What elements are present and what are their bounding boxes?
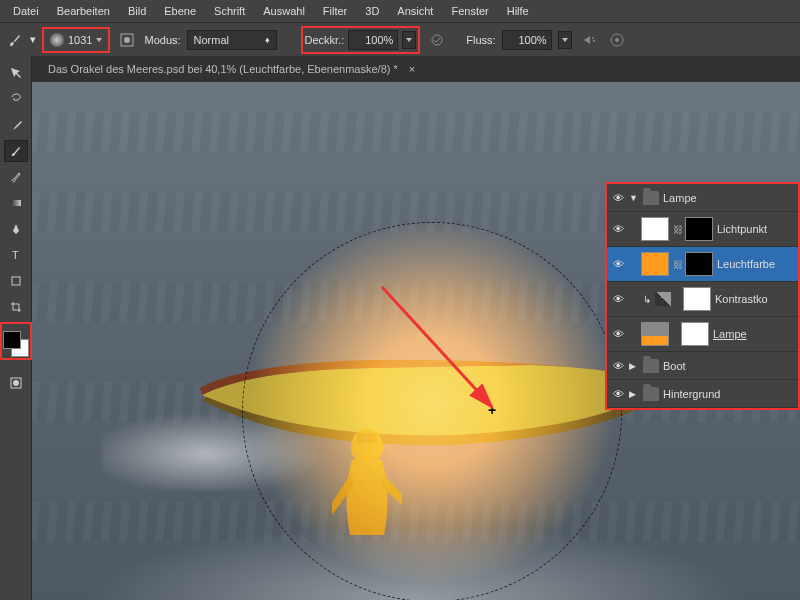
- visibility-icon[interactable]: 👁: [611, 328, 625, 340]
- lasso-tool[interactable]: [4, 88, 28, 110]
- menu-select[interactable]: Auswahl: [254, 2, 314, 20]
- menu-view[interactable]: Ansicht: [388, 2, 442, 20]
- visibility-icon[interactable]: 👁: [611, 258, 625, 270]
- layer-name: Kontrastko: [715, 293, 794, 305]
- folder-icon: [643, 359, 659, 373]
- menu-edit[interactable]: Bearbeiten: [48, 2, 119, 20]
- document-area: Das Orakel des Meeres.psd bei 40,1% (Leu…: [32, 56, 800, 600]
- opacity-label: Deckkr.:: [305, 34, 345, 46]
- move-tool[interactable]: [4, 62, 28, 84]
- pressure-size-icon[interactable]: [606, 29, 628, 51]
- svg-point-6: [615, 38, 619, 42]
- svg-rect-9: [12, 277, 20, 285]
- svg-point-3: [592, 37, 594, 39]
- link-icon: ⛓: [673, 224, 681, 235]
- gradient-tool[interactable]: [4, 192, 28, 214]
- chevron-down-icon: [406, 38, 412, 42]
- layer-name: Hintergrund: [663, 388, 794, 400]
- svg-line-14: [382, 287, 492, 407]
- flow-label: Fluss:: [466, 34, 495, 46]
- mask-thumb: [685, 217, 713, 241]
- layer-group-lampe[interactable]: 👁 ▼ Lampe: [607, 184, 798, 212]
- document-tabs: Das Orakel des Meeres.psd bei 40,1% (Leu…: [32, 56, 800, 82]
- flow-dropdown[interactable]: [558, 31, 572, 49]
- layer-lampe-smart[interactable]: 👁 Lampe: [607, 317, 798, 352]
- layer-name: Lampe: [663, 192, 794, 204]
- color-swatches[interactable]: [3, 331, 29, 357]
- layer-kontrast[interactable]: 👁 ↳ Kontrastko: [607, 282, 798, 317]
- brush-dot-icon: [50, 33, 64, 47]
- opacity-dropdown[interactable]: [402, 31, 416, 49]
- opacity-input[interactable]: 100%: [348, 30, 398, 50]
- swatch-highlight: [0, 322, 32, 360]
- flow-input[interactable]: 100%: [502, 30, 552, 50]
- adjustment-icon: [655, 292, 671, 306]
- visibility-icon[interactable]: 👁: [611, 293, 625, 305]
- menu-3d[interactable]: 3D: [356, 2, 388, 20]
- layer-group-hintergrund[interactable]: 👁 ▶ Hintergrund: [607, 380, 798, 408]
- airbrush-icon[interactable]: [578, 29, 600, 51]
- mask-thumb: [685, 252, 713, 276]
- annotation-arrow: [377, 282, 517, 432]
- menu-bar: Datei Bearbeiten Bild Ebene Schrift Ausw…: [0, 0, 800, 22]
- document-tab[interactable]: Das Orakel des Meeres.psd bei 40,1% (Leu…: [40, 59, 423, 79]
- tool-palette: T: [0, 56, 32, 600]
- menu-window[interactable]: Fenster: [442, 2, 497, 20]
- mask-thumb: [681, 322, 709, 346]
- options-bar: ▾ 1031 Modus: Normal ♦ Deckkr.: 100% Flu…: [0, 22, 800, 56]
- menu-layer[interactable]: Ebene: [155, 2, 205, 20]
- layer-lichtpunkt[interactable]: 👁 ⛓ Lichtpunkt: [607, 212, 798, 247]
- layer-name: Leuchtfarbe: [717, 258, 794, 270]
- pressure-opacity-icon[interactable]: [426, 29, 448, 51]
- menu-filter[interactable]: Filter: [314, 2, 356, 20]
- opacity-highlight: Deckkr.: 100%: [301, 26, 421, 54]
- quickmask-tool[interactable]: [4, 372, 28, 394]
- close-tab-icon[interactable]: ×: [409, 63, 415, 75]
- svg-point-11: [13, 380, 19, 386]
- fold-icon[interactable]: ▶: [629, 389, 639, 399]
- svg-point-4: [593, 40, 595, 42]
- menu-help[interactable]: Hilfe: [498, 2, 538, 20]
- pen-tool[interactable]: [4, 218, 28, 240]
- layer-thumb: [641, 217, 669, 241]
- visibility-icon[interactable]: 👁: [611, 360, 625, 372]
- chevron-down-icon: [96, 38, 102, 42]
- clip-icon: ↳: [629, 294, 651, 305]
- fold-icon[interactable]: ▼: [629, 193, 639, 203]
- fold-icon[interactable]: ▶: [629, 361, 639, 371]
- blend-mode-select[interactable]: Normal ♦: [187, 30, 277, 50]
- folder-icon: [643, 191, 659, 205]
- history-brush-tool[interactable]: [4, 166, 28, 188]
- shape-tool[interactable]: [4, 270, 28, 292]
- layers-panel: 👁 ▼ Lampe 👁 ⛓ Lichtpunkt 👁: [605, 182, 800, 410]
- brush-tool[interactable]: [4, 140, 28, 162]
- foreground-color[interactable]: [3, 331, 21, 349]
- layer-thumb: [641, 252, 669, 276]
- svg-text:T: T: [12, 249, 19, 261]
- layer-name: Lampe: [713, 328, 794, 340]
- eyedropper-tool[interactable]: [4, 114, 28, 136]
- brush-size-value: 1031: [68, 34, 92, 46]
- layer-thumb: [641, 322, 669, 346]
- type-tool[interactable]: T: [4, 244, 28, 266]
- menu-type[interactable]: Schrift: [205, 2, 254, 20]
- brush-tool-icon[interactable]: [6, 31, 24, 49]
- visibility-icon[interactable]: 👁: [611, 223, 625, 235]
- layer-group-boot[interactable]: 👁 ▶ Boot: [607, 352, 798, 380]
- menu-file[interactable]: Datei: [4, 2, 48, 20]
- layer-name: Lichtpunkt: [717, 223, 794, 235]
- svg-point-2: [432, 35, 442, 45]
- brush-size-highlight: 1031: [42, 27, 110, 53]
- menu-image[interactable]: Bild: [119, 2, 155, 20]
- visibility-icon[interactable]: 👁: [611, 388, 625, 400]
- brush-preset-picker[interactable]: 1031: [46, 31, 106, 49]
- blend-mode-value: Normal: [194, 34, 229, 46]
- svg-point-1: [124, 37, 130, 43]
- chevron-down-icon: [562, 38, 568, 42]
- mask-thumb: [683, 287, 711, 311]
- brush-panel-toggle[interactable]: [116, 29, 138, 51]
- visibility-icon[interactable]: 👁: [611, 192, 625, 204]
- crop-tool[interactable]: [4, 296, 28, 318]
- canvas[interactable]: + 👁 ▼ Lampe 👁 ⛓ Lich: [32, 82, 800, 600]
- layer-leuchtfarbe[interactable]: 👁 ⛓ Leuchtfarbe: [607, 247, 798, 282]
